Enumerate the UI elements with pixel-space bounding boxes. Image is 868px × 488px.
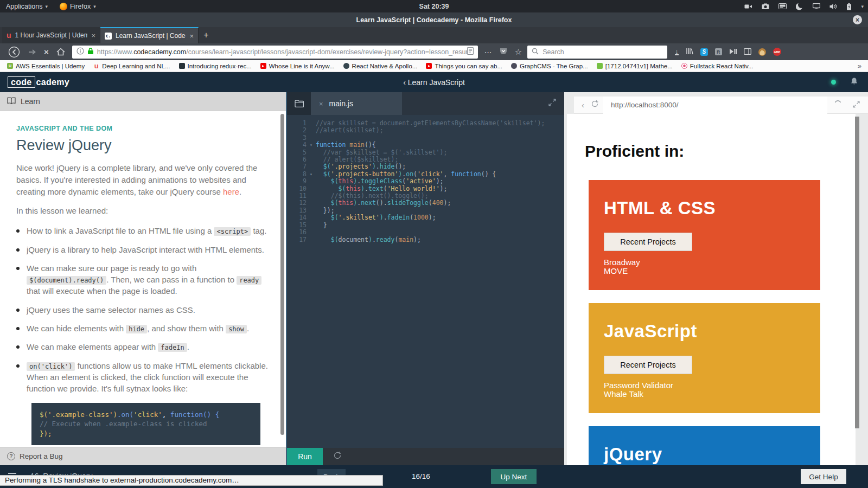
bookmark-item[interactable]: React Native & Apollo... — [339, 60, 422, 72]
code-area[interactable]: 1//var skillset = document.getElementsBy… — [287, 115, 564, 448]
url-bar[interactable]: https://www.codecademy.com/courses/learn… — [72, 46, 478, 59]
library-icon[interactable] — [686, 47, 693, 57]
line-number: 12 — [287, 200, 307, 207]
line-code: $('.projects-button').on('click', functi… — [316, 171, 496, 178]
recent-projects-button[interactable]: Recent Projects — [604, 356, 692, 374]
adblock-plus-icon[interactable]: ABP — [773, 48, 781, 56]
s-token: '.projects' — [331, 163, 372, 170]
monitor-icon[interactable] — [813, 3, 820, 9]
preview-refresh-icon[interactable] — [591, 100, 599, 110]
preview-url-bar[interactable]: http://localhost:8000/ — [603, 97, 827, 114]
editor-line: 8▾ $('.projects-button').on('click', fun… — [287, 171, 564, 178]
firefox-menu[interactable]: Firefox ▾ — [54, 0, 102, 12]
open-preview-new-window-icon[interactable] — [853, 100, 860, 110]
t-token: next — [361, 199, 376, 207]
gutter-space — [307, 229, 316, 236]
bookmark-item[interactable]: Whose Line is it Anyw... — [256, 60, 339, 72]
bookmark-item[interactable]: [1712.04741v1] Mathe... — [592, 60, 677, 72]
back-button[interactable] — [8, 46, 20, 58]
tampermonkey-icon[interactable] — [758, 48, 766, 56]
lock-icon[interactable] — [87, 47, 94, 56]
c-token: // alert($skillset); — [316, 156, 398, 163]
learn-tab-header[interactable]: Learn — [0, 92, 286, 111]
text: . — [247, 324, 249, 333]
skill-cards: HTML & CSSRecent ProjectsBroadwayMOVEJav… — [589, 180, 820, 465]
bookmark-star-icon[interactable]: ☆ — [515, 47, 522, 57]
forward-button[interactable] — [28, 48, 36, 56]
editor-line: 17 $(document).ready(main); — [287, 236, 564, 243]
camcorder-icon[interactable] — [744, 3, 752, 10]
applications-menu[interactable]: Applications ▾ — [0, 0, 54, 12]
url-text[interactable]: https://www.codecademy.com/courses/learn… — [97, 48, 467, 56]
expand-editor-icon[interactable] — [548, 99, 556, 108]
report-bug-bar[interactable]: ? Report a Bug — [0, 447, 286, 465]
get-help-button[interactable]: Get Help — [801, 469, 846, 484]
breadcrumb[interactable]: ‹ Learn JavaScript — [403, 78, 465, 87]
fold-caret-icon[interactable]: ▾ — [307, 171, 316, 178]
camera-icon[interactable] — [762, 3, 769, 10]
reader-mode-icon[interactable] — [467, 47, 474, 56]
volume-icon[interactable] — [829, 3, 837, 10]
tray-caret-icon[interactable]: ▾ — [861, 4, 864, 9]
bookmark-item[interactable]: Things you can say ab... — [422, 60, 507, 72]
skill-card: JavaScriptRecent ProjectsPassword Valida… — [589, 303, 820, 413]
bookmark-item[interactable]: GraphCMS - The Grap... — [507, 60, 592, 72]
bookmark-item[interactable]: Introducing redux-rec... — [175, 60, 256, 72]
inline-code-chip: hide — [126, 325, 147, 333]
codecademy-logo[interactable]: code cademy — [8, 76, 69, 88]
arxiv-icon — [597, 63, 603, 69]
editor-file-tab[interactable]: × main.js — [311, 92, 402, 115]
o-token: main — [398, 236, 413, 243]
pocket-icon[interactable] — [500, 47, 507, 57]
screenshare-icon[interactable] — [729, 47, 737, 57]
sidebar-toggle-icon[interactable] — [744, 47, 751, 57]
new-tab-button[interactable]: + — [199, 27, 214, 43]
downloads-icon[interactable]: ↓ — [675, 49, 679, 55]
tab-close-icon[interactable]: × — [319, 100, 323, 108]
display-icon[interactable] — [778, 3, 787, 10]
r-addon-icon[interactable]: R — [715, 48, 722, 55]
bookmarks-overflow-chevron[interactable]: » — [858, 62, 868, 70]
system-bar: Applications ▾ Firefox ▾ Sat 20:39 ▾ — [0, 0, 868, 12]
bookmark-item[interactable]: uDeep Learning and NL... — [89, 60, 174, 72]
stop-button[interactable]: × — [44, 47, 49, 56]
night-light-icon[interactable] — [796, 3, 803, 10]
preview-scrollbar-thumb[interactable] — [855, 117, 859, 428]
tab-udemy[interactable]: u 1 Hour JavaScript | Udem × — [2, 27, 100, 43]
search-bar[interactable]: Search — [527, 46, 667, 59]
project-link[interactable]: Password Validator — [604, 381, 805, 390]
tab-close-icon[interactable]: × — [91, 31, 95, 40]
home-button[interactable] — [56, 48, 65, 56]
p-token — [316, 177, 331, 185]
tab-close-icon[interactable]: × — [189, 32, 194, 40]
window-close-button[interactable]: × — [853, 15, 862, 24]
p-token: . — [365, 185, 368, 192]
tab-codecademy[interactable]: c. Learn JavaScript | Codec × — [100, 27, 199, 43]
fold-caret-icon[interactable]: ▾ — [307, 142, 316, 149]
notifications-bell-icon[interactable] — [850, 77, 858, 88]
lesson-bullet: We can make sure our page is ready to go… — [16, 262, 271, 297]
reset-code-icon[interactable] — [333, 451, 342, 462]
up-next-button[interactable]: Up Next — [491, 469, 537, 484]
project-link[interactable]: Broadway — [604, 258, 805, 267]
clock[interactable]: Sat 20:39 — [419, 3, 449, 10]
line-code: function main(){ — [316, 142, 376, 149]
preview-back-icon[interactable]: ‹ — [582, 100, 584, 110]
lesson-scrollbar-thumb[interactable] — [280, 114, 284, 435]
bookmark-item[interactable]: UAWS Essentials | Udemy — [3, 60, 89, 72]
project-link[interactable]: Whale Talk — [604, 390, 805, 399]
site-info-icon[interactable] — [76, 47, 84, 56]
shazam-addon-icon[interactable]: S — [700, 48, 708, 56]
file-tree-button[interactable] — [287, 92, 311, 115]
recent-projects-button[interactable]: Recent Projects — [604, 233, 692, 251]
editor-line: 14 $('.skillset').fadeIn(1000); — [287, 214, 564, 221]
loading-spinner-icon — [834, 100, 842, 110]
bookmark-item[interactable]: Fullstack React Nativ... — [677, 60, 758, 72]
page-actions-icon[interactable]: ⋯ — [484, 48, 492, 56]
project-link[interactable]: MOVE — [604, 267, 805, 275]
run-button[interactable]: Run — [287, 448, 323, 465]
jquery-course-link[interactable]: here — [223, 187, 239, 196]
battery-icon[interactable] — [846, 3, 852, 10]
editor-line: 7 $('.projects').hide(); — [287, 163, 564, 170]
folder-icon — [295, 100, 304, 107]
